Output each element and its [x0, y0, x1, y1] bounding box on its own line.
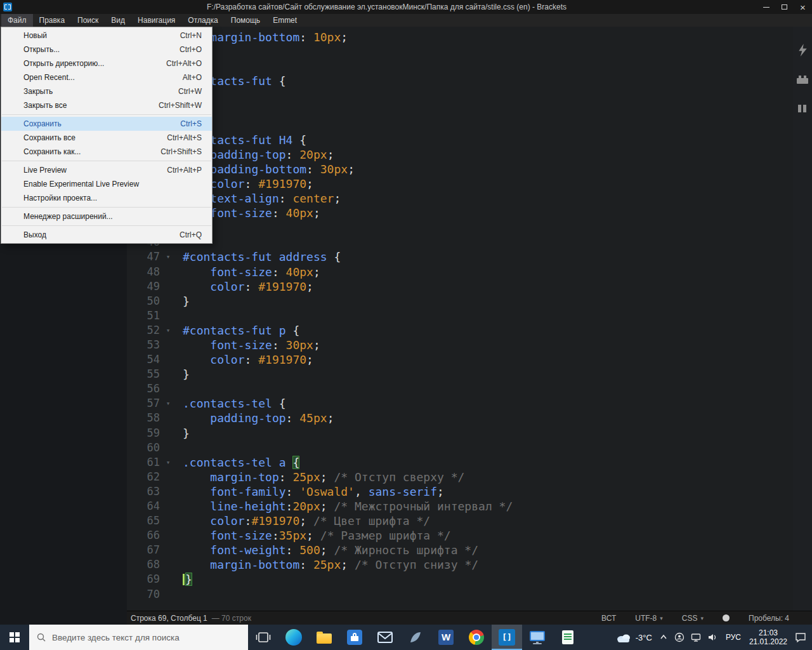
action-center-button[interactable] [794, 632, 807, 643]
code-line[interactable]: 69} [127, 572, 793, 587]
code-line[interactable]: 47▾#contacts-fut address { [127, 249, 793, 264]
file-menu-item-live-preview[interactable]: Live PreviewCtrl+Alt+P [1, 163, 212, 177]
code-area[interactable]: 32 margin-bottom: 10px;33}3435▾#contacts… [127, 27, 793, 611]
code-line[interactable]: 33} [127, 44, 793, 59]
taskbar-brackets[interactable]: [] [492, 625, 522, 650]
fold-arrow-icon[interactable]: ▾ [160, 396, 176, 411]
code-line[interactable]: 62 margin-top: 25px; /* Отступ сверху */ [127, 470, 793, 484]
taskbar-mail[interactable] [370, 625, 400, 650]
volume-button[interactable] [707, 632, 717, 642]
code-line[interactable]: 68 margin-bottom: 25px; /* Отступ снизу … [127, 557, 793, 572]
code-line[interactable]: 48 font-size: 40px; [127, 265, 793, 279]
line-number: 50 [127, 294, 160, 308]
code-line[interactable]: 39▾#contacts-fut H4 { [127, 133, 793, 147]
taskbar-store[interactable] [339, 625, 370, 650]
taskbar-chrome[interactable] [461, 625, 492, 650]
code-line[interactable]: 45} [127, 220, 793, 235]
chevron-up-button[interactable] [659, 633, 668, 642]
extension-manager-button[interactable] [796, 72, 809, 86]
file-menu-item-experimental-live-preview[interactable]: Enable Experimental Live Preview [1, 177, 212, 191]
split-view-button[interactable] [796, 102, 809, 116]
code-line[interactable]: 46 [127, 235, 793, 249]
close-button[interactable]: × [794, 0, 812, 14]
ethernet-button[interactable] [691, 632, 701, 642]
insert-mode-toggle[interactable]: ВСТ [601, 614, 616, 623]
language-indicator[interactable]: РУС [724, 633, 742, 642]
menu-item-shortcut: Ctrl+Q [180, 230, 202, 239]
code-line[interactable]: 64 line-height:20px; /* Межстрочный инте… [127, 499, 793, 514]
fold-arrow-icon[interactable]: ▾ [160, 323, 176, 338]
file-menu-item-save-as[interactable]: Сохранить как...Ctrl+Shift+S [1, 145, 212, 159]
taskbar-search[interactable]: Введите здесь текст для поиска [29, 625, 248, 650]
indent-setting[interactable]: Пробелы: 4 [749, 614, 789, 623]
taskbar-feather[interactable] [400, 625, 431, 650]
menubar-item-navigate[interactable]: Навигация [131, 14, 181, 27]
code-line[interactable]: 41 padding-bottom: 30px; [127, 162, 793, 176]
taskbar-monitor[interactable] [522, 625, 553, 650]
menubar-item-debug[interactable]: Отладка [181, 14, 224, 27]
code-line[interactable]: 32 margin-bottom: 10px; [127, 30, 793, 44]
weather-widget[interactable]: -3°C [615, 632, 652, 643]
file-menu-item-open-recent[interactable]: Open Recent...Alt+O [1, 70, 212, 84]
code-line[interactable]: 51 [127, 308, 793, 323]
code-line[interactable]: 50} [127, 294, 793, 308]
file-menu-item-project-settings[interactable]: Настройки проекта... [1, 191, 212, 205]
code-line[interactable]: 35▾#contacts-fut { [127, 74, 793, 88]
code-line[interactable]: 42 color: #191970; [127, 176, 793, 191]
code-line[interactable]: 43 text-align: center; [127, 191, 793, 206]
code-line[interactable]: 44 font-size: 40px; [127, 206, 793, 220]
taskbar-word[interactable]: W [431, 625, 461, 650]
taskbar-excel[interactable] [553, 625, 583, 650]
menubar-item-help[interactable]: Помощь [225, 14, 266, 27]
start-button[interactable] [0, 625, 29, 650]
clock[interactable]: 21:03 21.01.2022 [749, 628, 787, 646]
code-line[interactable]: 40 padding-top: 20px; [127, 147, 793, 162]
file-menu-item-exit[interactable]: ВыходCtrl+Q [1, 228, 212, 242]
code-line[interactable]: 53 font-size: 30px; [127, 338, 793, 352]
menubar-item-find[interactable]: Поиск [71, 14, 105, 27]
menubar-item-emmet[interactable]: Emmet [266, 14, 303, 27]
code-line[interactable]: 54 color: #191970; [127, 352, 793, 367]
taskbar-task-view[interactable] [248, 625, 278, 650]
file-menu-item-save[interactable]: СохранитьCtrl+S [1, 117, 212, 131]
code-line[interactable]: 49 color: #191970; [127, 279, 793, 294]
minimize-button[interactable] [757, 0, 775, 14]
code-line[interactable]: 36 [127, 88, 793, 103]
fold-arrow-icon[interactable]: ▾ [160, 455, 176, 470]
code-line[interactable]: 34 [127, 59, 793, 74]
taskbar-edge[interactable] [278, 625, 309, 650]
code-line[interactable]: 60 [127, 441, 793, 455]
code-line[interactable]: 38 [127, 118, 793, 133]
code-line[interactable]: 66 font-size:35px; /* Размер шрифта */ [127, 528, 793, 543]
code-line[interactable]: 55} [127, 367, 793, 381]
code-line[interactable]: 65 color:#191970; /* Цвет шрифта */ [127, 514, 793, 528]
menubar-item-view[interactable]: Вид [105, 14, 131, 27]
file-menu-item-save-all[interactable]: Сохранить всеCtrl+Alt+S [1, 131, 212, 145]
code-line[interactable]: 61▾.contacts-tel a { [127, 455, 793, 470]
maximize-button[interactable] [775, 0, 794, 14]
fold-arrow-icon[interactable]: ▾ [160, 249, 176, 264]
code-line[interactable]: 57▾.contacts-tel { [127, 396, 793, 411]
code-line[interactable]: 67 font-weight: 500; /* Жирность шрифта … [127, 543, 793, 557]
code-line[interactable]: 58 padding-top: 45px; [127, 411, 793, 425]
code-line[interactable]: 59} [127, 426, 793, 441]
file-menu-item-close-all[interactable]: Закрыть всеCtrl+Shift+W [1, 98, 212, 112]
menubar-item-file[interactable]: Файл [1, 14, 33, 27]
taskbar-explorer[interactable] [309, 625, 339, 650]
code-line[interactable]: 70 [127, 587, 793, 602]
code-line[interactable]: 52▾#contacts-fut p { [127, 323, 793, 338]
file-menu-item-open-folder[interactable]: Открыть директорию...Ctrl+Alt+O [1, 56, 212, 70]
code-line[interactable]: 37} [127, 103, 793, 117]
people-button[interactable] [674, 632, 684, 642]
file-menu-item-close[interactable]: ЗакрытьCtrl+W [1, 84, 212, 98]
encoding-selector[interactable]: UTF-8▾ [635, 614, 663, 623]
file-menu-item-extension-manager[interactable]: Менеджер расширений... [1, 209, 212, 223]
code-line[interactable]: 63 font-family: 'Oswald', sans-serif; [127, 484, 793, 499]
language-selector[interactable]: CSS▾ [682, 614, 704, 623]
code-line[interactable]: 56 [127, 381, 793, 396]
file-menu-item-new[interactable]: НовыйCtrl+N [1, 29, 212, 43]
live-preview-button[interactable] [796, 43, 809, 57]
menubar-item-edit[interactable]: Правка [33, 14, 72, 27]
file-menu-item-open[interactable]: Открыть...Ctrl+O [1, 43, 212, 56]
lint-status-icon[interactable] [723, 614, 730, 621]
